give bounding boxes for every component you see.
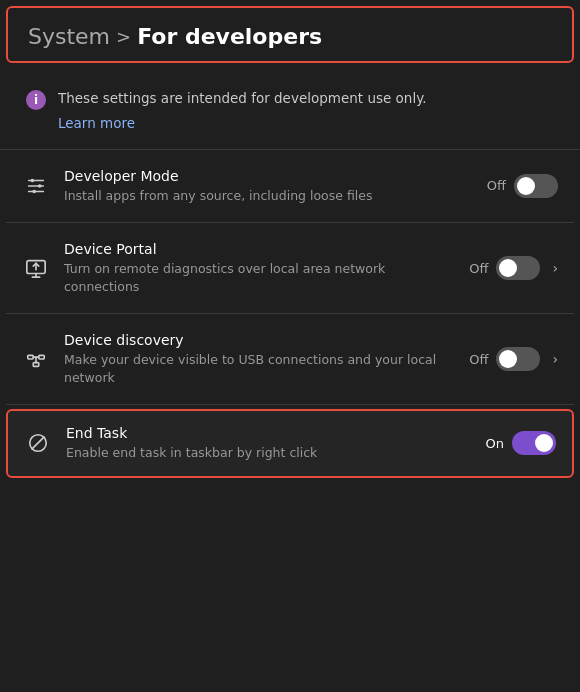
device-portal-chevron: › <box>552 260 558 276</box>
device-portal-control[interactable]: Off › <box>469 256 558 280</box>
device-portal-toggle-thumb <box>499 259 517 277</box>
end-task-label: On <box>486 436 504 451</box>
device-discovery-control[interactable]: Off › <box>469 347 558 371</box>
info-text: These settings are intended for developm… <box>58 89 427 109</box>
device-discovery-content: Device discovery Make your device visibl… <box>64 332 455 386</box>
device-portal-icon <box>22 254 50 282</box>
device-discovery-label: Off <box>469 352 488 367</box>
page-header: System > For developers <box>6 6 574 63</box>
developer-mode-toggle[interactable] <box>514 174 558 198</box>
end-task-toggle-thumb <box>535 434 553 452</box>
device-discovery-title: Device discovery <box>64 332 455 348</box>
end-task-icon <box>24 429 52 457</box>
breadcrumb-separator: > <box>116 26 131 47</box>
device-discovery-chevron: › <box>552 351 558 367</box>
developer-mode-icon <box>22 172 50 200</box>
device-portal-title: Device Portal <box>64 241 455 257</box>
divider-top <box>0 149 580 150</box>
device-portal-toggle[interactable] <box>496 256 540 280</box>
developer-mode-control[interactable]: Off <box>487 174 558 198</box>
divider-2 <box>6 313 574 314</box>
device-discovery-toggle[interactable] <box>496 347 540 371</box>
setting-row-end-task[interactable]: End Task Enable end task in taskbar by r… <box>6 409 574 478</box>
developer-mode-toggle-thumb <box>517 177 535 195</box>
divider-3 <box>6 404 574 405</box>
svg-point-5 <box>32 189 36 193</box>
svg-rect-11 <box>39 355 45 359</box>
developer-mode-label: Off <box>487 178 506 193</box>
svg-rect-10 <box>28 355 34 359</box>
end-task-title: End Task <box>66 425 472 441</box>
info-box: i These settings are intended for develo… <box>6 75 574 145</box>
info-content: These settings are intended for developm… <box>58 89 427 131</box>
end-task-toggle[interactable] <box>512 431 556 455</box>
setting-row-developer-mode[interactable]: Developer Mode Install apps from any sou… <box>6 154 574 219</box>
learn-more-link[interactable]: Learn more <box>58 115 427 131</box>
divider-1 <box>6 222 574 223</box>
page-container: System > For developers i These settings… <box>0 0 580 692</box>
end-task-content: End Task Enable end task in taskbar by r… <box>66 425 472 462</box>
end-task-description: Enable end task in taskbar by right clic… <box>66 444 472 462</box>
device-portal-label: Off <box>469 261 488 276</box>
developer-mode-content: Developer Mode Install apps from any sou… <box>64 168 473 205</box>
developer-mode-description: Install apps from any source, including … <box>64 187 473 205</box>
svg-point-4 <box>38 184 42 188</box>
setting-row-device-discovery[interactable]: Device discovery Make your device visibl… <box>6 318 574 400</box>
svg-line-16 <box>32 437 44 449</box>
device-portal-description: Turn on remote diagnostics over local ar… <box>64 260 455 295</box>
device-portal-content: Device Portal Turn on remote diagnostics… <box>64 241 455 295</box>
breadcrumb-system: System <box>28 24 110 49</box>
developer-mode-title: Developer Mode <box>64 168 473 184</box>
device-discovery-description: Make your device visible to USB connecti… <box>64 351 455 386</box>
svg-point-3 <box>31 178 35 182</box>
setting-row-device-portal[interactable]: Device Portal Turn on remote diagnostics… <box>6 227 574 309</box>
settings-list: Developer Mode Install apps from any sou… <box>0 154 580 692</box>
end-task-control[interactable]: On <box>486 431 556 455</box>
device-discovery-icon <box>22 345 50 373</box>
device-discovery-toggle-thumb <box>499 350 517 368</box>
info-icon: i <box>26 90 46 110</box>
svg-rect-14 <box>33 363 39 367</box>
breadcrumb: System > For developers <box>28 24 552 49</box>
breadcrumb-current: For developers <box>137 24 322 49</box>
